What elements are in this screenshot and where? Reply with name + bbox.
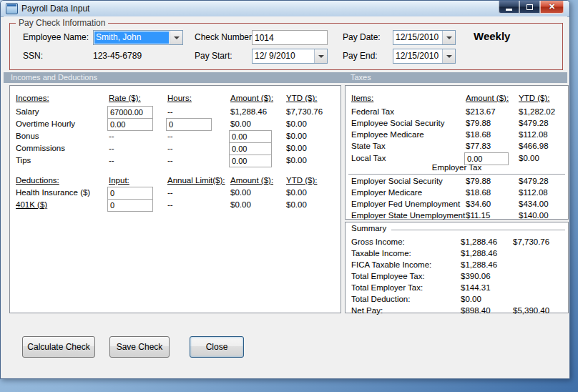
ssn-label: SSN: (23, 51, 43, 61)
tax-ytd: $112.08 (519, 130, 548, 139)
commissions-amount-input[interactable] (229, 142, 272, 155)
tax-row-employer-fed-unemployment: Employer Fed Unemployment $34.60 $434.00 (346, 200, 568, 212)
tax-row-employer-medicare: Employer Medicare $18.68 $112.08 (346, 188, 568, 200)
pay-date-select[interactable]: 12/15/2010 (393, 30, 456, 45)
tips-amount-input[interactable] (229, 155, 272, 167)
pay-start-select[interactable]: 12/ 9/2010 (252, 49, 328, 64)
maximize-icon (526, 4, 533, 10)
employee-name-select[interactable]: Smith, John (93, 30, 183, 45)
pay-start-dropdown-button[interactable] (314, 49, 327, 63)
401k-ytd: $0.00 (286, 200, 307, 209)
bonus-hours: -- (167, 132, 173, 140)
summary-row-gross-income: Gross Income: $1,288.46 $7,730.76 (346, 237, 568, 250)
commissions-ytd: $0.00 (286, 144, 307, 152)
health-insurance-amount: $0.00 (230, 188, 251, 197)
save-check-button[interactable]: Save Check (109, 336, 170, 358)
employee-name-dropdown-button[interactable] (170, 31, 182, 44)
taxes-panel: Items: Amount ($): YTD ($): Federal Tax … (345, 85, 569, 220)
deduction-row-401k: 401K ($) -- $0.00 $0.00 (10, 200, 341, 212)
health-insurance-limit: -- (167, 188, 173, 197)
title-bar[interactable]: Payroll Data Input ✕ (1, 1, 569, 17)
overtime-ytd: $0.00 (286, 119, 307, 128)
bonus-label: Bonus (16, 132, 39, 140)
tax-amount: $77.83 (466, 142, 491, 150)
bonus-amount-input[interactable] (229, 130, 272, 143)
ytd-header: YTD ($): (286, 94, 317, 102)
bonus-ytd: $0.00 (286, 132, 307, 140)
incomes-deductions-panel: Incomes: Rate ($): Hours: Amount ($): YT… (9, 85, 341, 313)
close-window-button[interactable]: ✕ (540, 1, 564, 14)
deductions-header-row: Deductions: Input: Annual Limit($): Amou… (10, 176, 341, 188)
salary-hours: -- (167, 107, 173, 116)
incomes-header: Incomes: (16, 94, 49, 102)
tax-row-federal: Federal Tax $213.67 $1,282.02 (346, 107, 568, 119)
tax-amount: $18.68 (466, 130, 491, 139)
deduction-amount-header: Amount ($): (230, 176, 273, 185)
taxes-section-header: Taxes (351, 73, 371, 82)
health-insurance-ytd: $0.00 (286, 188, 307, 197)
tax-label: Employer Medicare (351, 188, 422, 197)
employee-name-value: Smith, John (94, 31, 169, 44)
items-header: Items: (351, 94, 373, 102)
summary-row-total-deduction: Total Deduction: $0.00 (346, 295, 568, 307)
close-icon: ✕ (549, 2, 555, 11)
income-row-tips: Tips -- -- $0.00 (10, 156, 341, 168)
chevron-down-icon (174, 36, 180, 39)
minimize-button[interactable] (499, 1, 519, 14)
close-button[interactable]: Close (190, 336, 244, 358)
overtime-label: Overtime Hourly (16, 119, 75, 128)
app-icon (6, 3, 18, 14)
tax-amount: $18.68 (466, 188, 491, 197)
pay-end-select[interactable]: 12/15/2010 (393, 49, 456, 64)
401k-input[interactable] (107, 199, 153, 212)
commissions-label: Commissions (16, 144, 65, 152)
employee-name-label: Employee Name: (23, 32, 89, 42)
tax-row-employee-medicare: Employee Medicare $18.68 $112.08 (346, 130, 568, 142)
summary-row-net-pay: Net Pay: $898.40 $5,390.40 (346, 306, 568, 318)
deductions-header: Deductions: (16, 176, 59, 185)
tax-ytd: $112.08 (519, 188, 548, 197)
tips-label: Tips (16, 156, 31, 165)
pay-date-label: Pay Date: (343, 32, 381, 42)
chevron-down-icon (446, 36, 452, 39)
check-number-input[interactable] (252, 30, 328, 45)
summary-label-cell: Net Pay: (351, 306, 383, 315)
income-row-commissions: Commissions -- -- $0.00 (10, 144, 341, 156)
health-insurance-input[interactable] (107, 187, 153, 200)
401k-amount: $0.00 (230, 200, 251, 209)
tips-rate: -- (109, 156, 114, 165)
pay-date-dropdown-button[interactable] (442, 31, 455, 44)
tax-ytd: $466.98 (519, 142, 549, 150)
tips-ytd: $0.00 (286, 156, 307, 165)
maximize-button[interactable] (519, 1, 540, 14)
tax-row-state: State Tax $77.83 $466.98 (346, 142, 568, 154)
ssn-value: 123-45-6789 (93, 51, 142, 61)
chevron-down-icon (446, 55, 452, 58)
amount-header: Amount ($): (230, 94, 273, 102)
tax-label: Employer Social Security (351, 177, 443, 185)
tax-ytd: $434.00 (519, 200, 549, 208)
check-number-label: Check Number: (195, 32, 254, 42)
summary-label-cell: Gross Income: (351, 237, 405, 246)
local-tax-ytd: $0.00 (519, 154, 539, 162)
calculate-check-button[interactable]: Calculate Check (22, 336, 95, 358)
summary-label-cell: FICA Taxable Income: (351, 260, 431, 269)
summary-row-total-employee-tax: Total Employee Tax: $390.06 (346, 272, 568, 284)
overtime-rate-input[interactable] (107, 118, 153, 131)
tax-ytd-header: YTD ($): (519, 94, 549, 102)
summary-value: $1,288.46 (461, 260, 497, 269)
overtime-amount: $0.00 (230, 119, 251, 128)
pay-end-dropdown-button[interactable] (442, 49, 455, 63)
input-header: Input: (109, 176, 129, 185)
tax-amount-header: Amount ($): (466, 94, 509, 102)
taxes-header-row: Items: Amount ($): YTD ($): (346, 94, 568, 106)
tax-ytd: $140.00 (519, 211, 549, 220)
overtime-hours-input[interactable] (166, 118, 212, 131)
section-band: Incomes and Deductions Taxes (4, 72, 567, 83)
summary-label-cell: Total Deduction: (351, 295, 410, 303)
paycheck-info-group-label: Pay Check Information (16, 18, 108, 28)
summary-label-cell: Total Employer Tax: (351, 283, 423, 292)
tax-label: Federal Tax (351, 107, 394, 116)
salary-rate-input[interactable] (107, 106, 153, 119)
app-window: Payroll Data Input ✕ Pay Check Informati… (0, 0, 570, 379)
